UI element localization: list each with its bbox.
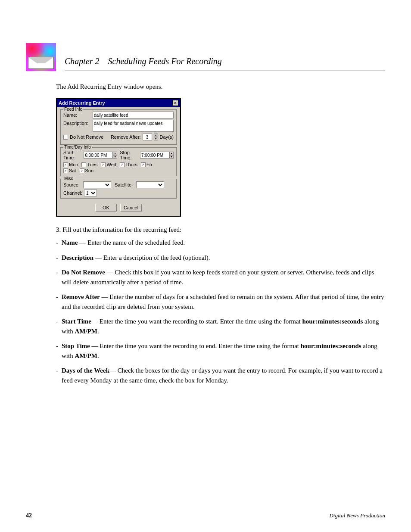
source-satellite-row: Source: Satellite: (63, 181, 174, 188)
stop-time-label: Stop Time: (120, 150, 137, 160)
list-item: - Start Time— Enter the time you want th… (56, 317, 385, 336)
chapter-word: Chapter (65, 56, 93, 66)
bullet-text-name: Name — Enter the name of the scheduled f… (62, 238, 385, 248)
remove-after-label: Remove After: (111, 134, 141, 140)
name-label: Name: (63, 112, 93, 118)
bullet-text-description: Description — Enter a description of the… (62, 253, 385, 263)
time-day-label: Time/Day Info (63, 145, 92, 149)
remove-after-spinner: ▲ ▼ (154, 134, 158, 140)
start-spinner-up[interactable]: ▲ (113, 152, 117, 155)
bullet-list: - Name — Enter the name of the scheduled… (56, 238, 385, 385)
description-label: Description: (63, 120, 93, 126)
bullet-dash: - (56, 268, 58, 277)
stop-time-input[interactable] (140, 152, 169, 159)
day-sat: Sat (63, 168, 76, 173)
channel-select[interactable]: 1 (84, 190, 97, 196)
header-line-area: Chapter 2 Scheduling Feeds For Recording (65, 56, 385, 71)
satellite-label: Satellite: (115, 182, 133, 187)
dialog-titlebar: Add Recurring Entry × (57, 99, 180, 107)
cancel-button[interactable]: Cancel (120, 204, 142, 212)
thurs-label: Thurs (125, 162, 137, 167)
feed-info-label: Feed Info (63, 107, 83, 112)
bullet-dash: - (56, 253, 58, 263)
do-not-remove-label: Do Not Remove (70, 134, 103, 140)
checkbox-remove-row: Do Not Remove Remove After: ▲ ▼ Day(s) (63, 133, 174, 141)
bullet-dash: - (56, 292, 58, 302)
feed-info-group: Feed Info Name: Description: daily feed … (60, 109, 177, 145)
bullet-dash: - (56, 341, 58, 351)
remove-after-row: Remove After: ▲ ▼ Day(s) (111, 134, 174, 140)
sun-checkbox[interactable] (80, 168, 84, 173)
description-input[interactable]: daily feed for national news updates (93, 120, 174, 132)
chapter-number: 2 (95, 56, 100, 66)
do-not-remove-checkbox[interactable] (63, 135, 68, 140)
do-not-remove-row: Do Not Remove (63, 134, 103, 140)
bullet-dash: - (56, 366, 58, 376)
days-label: Day(s) (160, 134, 174, 140)
thurs-checkbox[interactable] (120, 162, 125, 167)
source-select[interactable] (83, 181, 111, 188)
description-row: Description: daily feed for national new… (63, 120, 174, 132)
stop-spinner-up[interactable]: ▲ (169, 152, 174, 155)
stop-time-spinner: ▲ ▼ (169, 152, 174, 159)
chapter-name: Scheduling Feeds For Recording (108, 56, 222, 66)
start-spinner-down[interactable]: ▼ (113, 155, 117, 159)
name-row: Name: (63, 112, 174, 118)
stop-spinner-down[interactable]: ▼ (169, 155, 174, 159)
remove-after-input[interactable] (143, 134, 152, 140)
list-item: - Do Not Remove — Check this box if you … (56, 268, 385, 287)
spinner-up[interactable]: ▲ (154, 134, 158, 137)
sat-label: Sat (69, 168, 76, 173)
day-wed: Wed (101, 162, 116, 167)
bullet-text-days: Days of the Week— Check the boxes for th… (62, 366, 385, 385)
list-item: - Days of the Week— Check the boxes for … (56, 366, 385, 385)
misc-group: Misc Source: Satellite: Channel: 1 (60, 179, 177, 199)
page: Chapter 2 Scheduling Feeds For Recording… (0, 0, 411, 532)
satellite-select[interactable] (136, 181, 164, 188)
logo-graphic (26, 43, 56, 71)
fri-checkbox[interactable] (141, 162, 146, 167)
dialog-close-button[interactable]: × (172, 100, 178, 106)
logo-envelope (28, 57, 54, 69)
dialog-title: Add Recurring Entry (59, 100, 105, 106)
footer-title: Digital News Production (329, 512, 385, 519)
fri-label: Fri (146, 162, 152, 167)
step-number: 3. (56, 226, 61, 233)
bullet-text-start-time: Start Time— Enter the time you want the … (62, 317, 385, 336)
wed-label: Wed (106, 162, 116, 167)
start-time-spinner: ▲ ▼ (113, 152, 117, 159)
name-input[interactable] (93, 112, 174, 118)
start-time-wrap: ▲ ▼ (84, 152, 117, 159)
logo-box (26, 43, 56, 71)
bullet-text-remove-after: Remove After — Enter the number of days … (62, 292, 385, 311)
sat-checkbox[interactable] (63, 168, 68, 173)
bullet-dash: - (56, 317, 58, 327)
stop-time-wrap: ▲ ▼ (140, 152, 174, 159)
mon-checkbox[interactable] (63, 162, 68, 167)
start-time-input[interactable] (84, 152, 113, 159)
dialog-body: Feed Info Name: Description: daily feed … (57, 107, 180, 216)
misc-label: Misc (63, 176, 74, 181)
bullet-text-do-not-remove: Do Not Remove — Check this box if you wa… (62, 268, 385, 287)
start-time-label: Start Time: (63, 150, 81, 160)
time-day-group: Time/Day Info Start Time: ▲ ▼ (60, 147, 177, 176)
chapter-title: Chapter 2 Scheduling Feeds For Recording (65, 56, 385, 68)
footer-page-number: 42 (26, 512, 32, 519)
dialog-window: Add Recurring Entry × Feed Info Name: De… (56, 98, 181, 217)
time-row: Start Time: ▲ ▼ Stop Time: (63, 150, 174, 160)
channel-row: Channel: 1 (63, 190, 174, 196)
spinner-down[interactable]: ▼ (154, 137, 158, 140)
ok-button[interactable]: OK (95, 204, 117, 212)
dialog-container: Add Recurring Entry × Feed Info Name: De… (56, 98, 385, 217)
source-label: Source: (63, 182, 80, 187)
list-item: - Stop Time — Enter the time you want th… (56, 341, 385, 361)
step-description: Fill out the information for the recurri… (62, 226, 181, 233)
list-item: - Description — Enter a description of t… (56, 253, 385, 263)
step-text: 3. Fill out the information for the recu… (56, 226, 385, 233)
wed-checkbox[interactable] (101, 162, 106, 167)
tues-checkbox[interactable] (81, 162, 86, 167)
sun-label: Sun (85, 168, 94, 173)
day-thurs: Thurs (120, 162, 137, 167)
day-sun: Sun (80, 168, 94, 173)
days-row-1: Mon Tues Wed (63, 162, 174, 167)
